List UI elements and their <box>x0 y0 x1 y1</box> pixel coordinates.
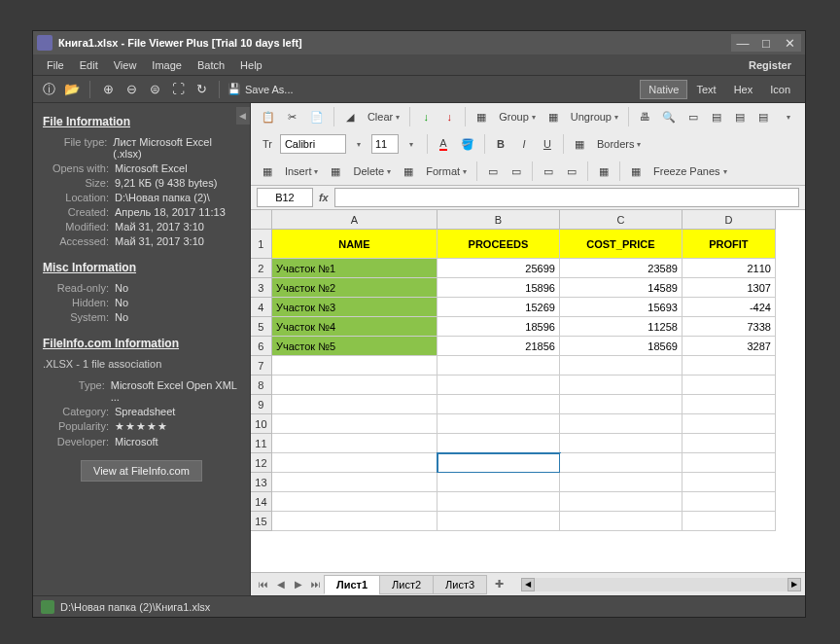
cell[interactable]: PROFIT <box>682 230 776 259</box>
close-button[interactable]: ✕ <box>778 34 801 52</box>
sheet-tab-1[interactable]: Лист1 <box>324 575 380 594</box>
open-icon[interactable]: 📂 <box>62 80 82 99</box>
group-button[interactable]: Group▾ <box>494 106 541 127</box>
cell[interactable] <box>438 512 560 531</box>
cell[interactable] <box>438 492 560 512</box>
cell[interactable]: 15269 <box>438 298 560 317</box>
cell[interactable]: 14589 <box>560 278 682 298</box>
cell[interactable]: Участок №2 <box>272 278 438 298</box>
view-at-fileinfo-button[interactable]: View at FileInfo.com <box>81 460 202 482</box>
page-setup-icon[interactable]: ▭ <box>682 106 704 127</box>
cell[interactable]: 15693 <box>560 298 682 317</box>
ungroup-icon[interactable]: ▦ <box>542 106 564 127</box>
row-header[interactable]: 1 <box>251 230 272 259</box>
freeze-icon[interactable]: ▦ <box>625 161 647 182</box>
cell[interactable] <box>682 414 776 434</box>
scroll-left-icon[interactable]: ◀ <box>521 578 535 591</box>
row-header[interactable]: 13 <box>251 473 272 492</box>
cell[interactable] <box>560 473 682 492</box>
cell[interactable]: Участок №3 <box>272 298 438 317</box>
underline-icon[interactable]: U <box>537 133 558 155</box>
col-header-c[interactable]: C <box>560 210 682 230</box>
cell[interactable] <box>682 356 776 376</box>
menu-image[interactable]: Image <box>144 56 190 74</box>
maximize-button[interactable]: □ <box>754 34 778 52</box>
row-header[interactable]: 14 <box>251 492 272 512</box>
row-header[interactable]: 9 <box>251 395 272 414</box>
size-dropdown-icon[interactable]: ▾ <box>401 133 422 155</box>
cell[interactable] <box>682 376 776 395</box>
wrap-icon[interactable]: ▭ <box>561 161 582 182</box>
row-header[interactable]: 4 <box>251 298 272 317</box>
delete-icon[interactable]: ▦ <box>325 161 346 182</box>
scroll-right-icon[interactable]: ▶ <box>788 578 801 591</box>
cell[interactable] <box>560 356 682 376</box>
freeze-panes-button[interactable]: Freeze Panes▾ <box>648 161 731 182</box>
margin-icon[interactable]: ▤ <box>706 106 727 127</box>
font-color-icon[interactable]: A <box>433 133 454 155</box>
cell[interactable] <box>682 395 776 414</box>
cell[interactable]: 25699 <box>438 259 560 278</box>
fill-color-icon[interactable]: 🪣 <box>456 133 479 155</box>
cell[interactable] <box>560 453 682 473</box>
cell[interactable]: PROCEEDS <box>438 230 560 259</box>
cell[interactable] <box>560 434 682 453</box>
cell[interactable] <box>560 492 682 512</box>
refresh-icon[interactable]: ↻ <box>192 80 211 99</box>
col-header-d[interactable]: D <box>682 210 776 230</box>
sort-desc-icon[interactable]: ↓ <box>438 106 460 127</box>
sort-asc-icon[interactable]: ↓ <box>415 106 437 127</box>
add-sheet-icon[interactable]: ✚ <box>487 575 511 593</box>
row-header[interactable]: 7 <box>251 356 272 376</box>
group-icon[interactable]: ▦ <box>471 106 492 127</box>
tab-next-icon[interactable]: ▶ <box>290 576 307 593</box>
zoom-fit-icon[interactable]: ⊜ <box>145 80 164 99</box>
cell[interactable] <box>438 376 560 395</box>
cell[interactable]: -424 <box>682 298 776 317</box>
grid[interactable]: A B C D 1 NAME PROCEEDS COST_PRICE PROFI… <box>251 210 805 572</box>
cell[interactable] <box>438 414 560 434</box>
eraser-icon[interactable]: ◢ <box>339 106 361 127</box>
ungroup-button[interactable]: Ungroup▾ <box>566 106 623 127</box>
col-header-b[interactable]: B <box>438 210 560 230</box>
viewmode-hex[interactable]: Hex <box>725 80 762 99</box>
cell[interactable]: 1307 <box>682 278 776 298</box>
row-header[interactable]: 11 <box>251 434 272 453</box>
tab-first-icon[interactable]: ⏮ <box>255 576 272 593</box>
cell[interactable]: 21856 <box>438 337 560 356</box>
menu-edit[interactable]: Edit <box>72 56 106 74</box>
cell[interactable] <box>272 376 438 395</box>
zoom-in-icon[interactable]: ⊕ <box>98 80 118 99</box>
cell[interactable] <box>560 395 682 414</box>
tab-last-icon[interactable]: ⏭ <box>307 576 325 593</box>
cell[interactable]: 23589 <box>560 259 682 278</box>
save-as-button[interactable]: 💾 Save As... <box>228 83 294 95</box>
cut-icon[interactable]: ✂ <box>282 106 303 127</box>
cell[interactable]: COST_PRICE <box>560 230 682 259</box>
cell[interactable] <box>438 356 560 376</box>
cell[interactable] <box>682 434 776 453</box>
cell[interactable] <box>560 414 682 434</box>
cell[interactable]: 11258 <box>560 317 682 337</box>
row-header[interactable]: 5 <box>251 317 272 337</box>
footer-icon[interactable]: ▤ <box>752 106 774 127</box>
paste-icon[interactable]: 📋 <box>257 106 280 127</box>
font-picker-icon[interactable]: Tr <box>257 133 278 155</box>
ribbon-expand-icon[interactable]: ▾ <box>778 106 799 127</box>
cell[interactable] <box>560 376 682 395</box>
row-header[interactable]: 10 <box>251 414 272 434</box>
cell[interactable] <box>272 512 438 531</box>
sidebar-collapse-button[interactable]: ◀ <box>236 107 250 125</box>
insert-icon[interactable]: ▦ <box>257 161 278 182</box>
pivot-icon[interactable]: ▦ <box>593 161 614 182</box>
delete-button[interactable]: Delete▾ <box>348 161 396 182</box>
format-button[interactable]: Format▾ <box>421 161 472 182</box>
cell[interactable] <box>438 434 560 453</box>
format-icon[interactable]: ▦ <box>398 161 419 182</box>
sheet-tab-2[interactable]: Лист2 <box>379 575 434 594</box>
tab-prev-icon[interactable]: ◀ <box>272 576 290 593</box>
cell[interactable] <box>272 453 438 473</box>
formula-input[interactable] <box>334 188 799 207</box>
italic-icon[interactable]: I <box>513 133 535 155</box>
menu-file[interactable]: File <box>39 56 72 74</box>
